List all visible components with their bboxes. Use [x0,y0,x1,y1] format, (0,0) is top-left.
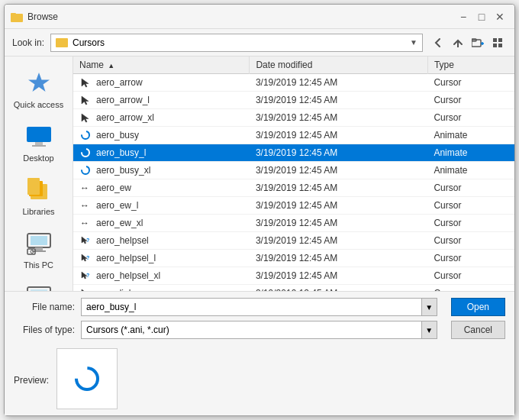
sidebar-item-quick-access[interactable]: Quick access [5,63,73,116]
svg-rect-13 [35,142,43,145]
this-pc-label: This PC [24,260,53,270]
desktop-label: Desktop [23,153,53,163]
col-type[interactable]: Type [427,57,514,74]
file-icon [79,147,92,159]
file-name: aero_busy [96,130,139,141]
table-header-row: Name ▲ Date modified Type [73,57,514,74]
table-row[interactable]: aero_arrow 3/19/2019 12:45 AM Cursor [73,74,514,92]
svg-text:↔: ↔ [80,200,89,211]
cell-type: Cursor [427,179,514,197]
file-icon: ↔ [79,182,92,194]
file-name: aero_ew [96,183,131,193]
cell-name: ? aero_helpsel [73,232,250,250]
cell-type: Animate [427,144,514,162]
file-name: aero_ew_xl [96,218,143,228]
lookin-combo[interactable]: Cursors ▼ [50,34,423,52]
table-row[interactable]: aero_link 3/19/2019 12:45 AM Curso [73,285,514,292]
views-button[interactable] [488,34,507,52]
up-button[interactable] [449,34,467,52]
table-row[interactable]: ↔ aero_ew_xl 3/19/2019 12:45 AM Cursor [73,215,514,232]
col-date[interactable]: Date modified [250,57,427,74]
cell-name: aero_arrow_l [73,92,250,109]
filetype-combo[interactable]: Cursors (*.ani, *.cur) ▼ [81,321,437,339]
file-list-scroll[interactable]: Name ▲ Date modified Type [73,57,514,291]
lookin-bar: Look in: Cursors ▼ [5,29,514,57]
cell-name: ↔ aero_ew_xl [73,215,250,232]
maximize-button[interactable]: □ [473,8,490,25]
filename-combo[interactable]: aero_busy_l ▼ [81,298,437,316]
svg-rect-8 [498,38,502,42]
svg-point-32 [82,131,89,139]
table-row[interactable]: ? aero_helpsel_xl 3/19/2019 12:45 AM Cur… [73,267,514,285]
cell-name: ↔ aero_ew [73,179,250,197]
action-buttons: Open Cancel [451,298,505,344]
cell-type: Cursor [427,215,514,232]
lookin-actions [429,34,507,52]
file-icon [79,129,92,141]
table-row[interactable]: ? aero_helpsel_l 3/19/2019 12:45 AM Curs… [73,250,514,267]
file-name: aero_arrow [96,77,143,88]
cell-name: aero_arrow [73,74,250,92]
cell-type: Curso [427,285,514,292]
new-folder-button[interactable] [469,34,487,52]
table-row[interactable]: ↔ aero_ew 3/19/2019 12:45 AM Cursor [73,179,514,197]
cancel-button[interactable]: Cancel [451,321,505,339]
svg-point-34 [82,166,89,174]
close-button[interactable]: ✕ [492,8,508,25]
sidebar-item-network[interactable]: Network [5,276,73,291]
file-name: aero_helpsel [96,235,149,246]
libraries-label: Libraries [22,207,54,216]
table-row[interactable]: aero_arrow_xl 3/19/2019 12:45 AM Cursor [73,109,514,127]
filename-arrow[interactable]: ▼ [421,299,437,315]
title-controls: − □ ✕ [455,8,508,25]
filetype-arrow[interactable]: ▼ [421,321,437,338]
file-icon [79,164,92,176]
table-row[interactable]: aero_arrow_l 3/19/2019 12:45 AM Cursor [73,92,514,109]
table-row[interactable]: aero_busy 3/19/2019 12:45 AM Animate [73,127,514,144]
minimize-button[interactable]: − [455,8,472,25]
file-icon [79,76,92,89]
cell-type: Cursor [427,267,514,285]
col-name[interactable]: Name ▲ [73,57,250,74]
table-row[interactable]: aero_busy_xl 3/19/2019 12:45 AM Animate [73,162,514,179]
file-icon [79,94,92,106]
cell-date: 3/19/2019 12:45 AM [250,267,427,285]
back-button[interactable] [429,34,447,52]
preview-label: Preview: [14,372,49,386]
sort-arrow-up: ▲ [108,62,114,69]
cell-date: 3/19/2019 12:45 AM [250,215,427,232]
sidebar-item-libraries[interactable]: Libraries [5,170,73,223]
network-icon [25,283,53,291]
file-name: aero_helpsel_l [96,253,156,263]
back-icon [433,37,443,48]
cell-date: 3/19/2019 12:45 AM [250,250,427,267]
svg-rect-10 [498,44,502,47]
new-folder-icon [472,37,484,48]
table-row[interactable]: ↔ aero_ew_l 3/19/2019 12:45 AM Cursor [73,197,514,215]
sidebar-item-this-pc[interactable]: This PC [5,223,73,276]
sidebar-item-desktop[interactable]: Desktop [5,116,73,170]
file-name: aero_busy_xl [96,165,150,176]
cell-name: ↔ aero_ew_l [73,197,250,215]
title-bar: Browse − □ ✕ [5,5,514,29]
open-button[interactable]: Open [451,298,505,316]
table-row[interactable]: ? aero_helpsel 3/19/2019 12:45 AM Cursor [73,232,514,250]
file-list-container: Name ▲ Date modified Type [73,57,514,291]
file-name: aero_link [96,288,134,291]
lookin-label: Look in: [12,37,44,48]
cell-date: 3/19/2019 12:45 AM [250,179,427,197]
cell-name: aero_link [73,285,250,292]
filename-value: aero_busy_l [86,302,421,312]
cell-date: 3/19/2019 12:45 AM [250,109,427,127]
up-icon [453,37,463,48]
this-pc-icon [25,230,53,257]
file-name: aero_arrow_xl [96,112,154,123]
browse-dialog: Browse − □ ✕ Look in: Cursors ▼ [4,4,515,416]
filetype-row: Files of type: Cursors (*.ani, *.cur) ▼ [14,321,437,339]
table-row[interactable]: aero_busy_l 3/19/2019 12:45 AM Animate [73,144,514,162]
quick-access-icon [25,69,53,97]
svg-text:?: ? [86,273,89,278]
svg-rect-19 [31,236,47,245]
cell-type: Cursor [427,197,514,215]
file-name: aero_arrow_l [96,95,150,105]
